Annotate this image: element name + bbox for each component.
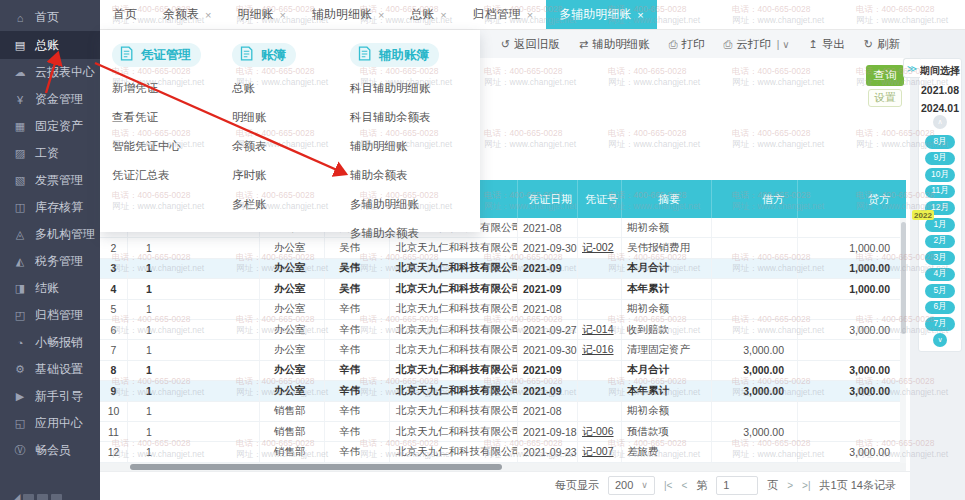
tab-close-icon[interactable]: × — [205, 9, 211, 21]
cell-summary: 差旅费 — [622, 442, 712, 461]
month-pill[interactable]: 1月 — [925, 218, 955, 232]
tab-multi-aux-detail[interactable]: 多辅助明细账× — [546, 0, 656, 29]
last-page-button[interactable]: >| — [802, 480, 810, 491]
cell-voucher[interactable]: 记-007 — [578, 442, 622, 461]
cell-dept: 办公室 — [260, 300, 325, 319]
tab-close-icon[interactable]: × — [637, 9, 643, 21]
query-button[interactable]: 查询 — [866, 65, 904, 86]
cell-voucher[interactable]: 记-006 — [578, 422, 622, 441]
sidebar-item-membership[interactable]: Ⓥ畅会员 — [0, 437, 100, 464]
toolbar-back-old[interactable]: ↺返回旧版 — [501, 37, 560, 52]
sidebar-item-archive[interactable]: ◰归档管理 — [0, 302, 100, 329]
toolbar-export[interactable]: ↥导出 — [809, 37, 845, 52]
vertical-scroll-thumb[interactable] — [901, 222, 906, 334]
menu-item[interactable]: 凭证汇总表 — [112, 168, 201, 183]
tab-balance-sheet[interactable]: 余额表× — [150, 0, 224, 29]
sidebar-item-multi-org[interactable]: ◬多机构管理 — [0, 221, 100, 248]
menu-item[interactable]: 明细账 — [232, 110, 296, 125]
menu-item[interactable]: 查看凭证 — [112, 110, 201, 125]
month-pill[interactable]: 4月 — [925, 268, 955, 282]
menu-item[interactable]: 多辅助明细账 — [350, 197, 439, 212]
sidebar-item-payroll[interactable]: ▨工资 — [0, 140, 100, 167]
sidebar-item-home[interactable]: ⌂首页 — [0, 4, 100, 31]
sidebar-item-tax[interactable]: ◭税务管理 — [0, 248, 100, 275]
period-from-value[interactable]: 2021.08 — [919, 84, 961, 96]
month-pill[interactable]: 6月 — [925, 301, 955, 315]
table-row[interactable]: 21办公室吴伟北京天九仁和科技有限公司2021-09-30记-002吴伟报销费用… — [100, 238, 906, 258]
tab-home[interactable]: 首页 — [100, 0, 150, 29]
month-pill[interactable]: 9月 — [925, 152, 955, 166]
table-row[interactable]: 111销售部辛伟北京天九仁和科技有限公司2021-09-18记-006预借款项3… — [100, 422, 906, 442]
table-row[interactable]: 121销售部辛伟北京天九仁和科技有限公司2021-09-23记-007差旅费3,… — [100, 442, 906, 462]
cell-voucher[interactable]: 记-002 — [578, 238, 622, 257]
month-pill[interactable]: 7月 — [925, 317, 955, 331]
sidebar-item-invoice[interactable]: ▧发票管理 — [0, 167, 100, 194]
table-row[interactable]: 41办公室吴伟北京天九仁和科技有限公司2021-09本年累计1,000.00 — [100, 279, 906, 299]
table-row[interactable]: 101销售部辛伟北京天九仁和科技有限公司2021-08期初余额 — [100, 402, 906, 422]
menu-item[interactable]: 余额表 — [232, 139, 296, 154]
table-row[interactable]: 31办公室吴伟北京天九仁和科技有限公司2021-09本月合计1,000.00 — [100, 259, 906, 279]
scroll-down-icon[interactable]: ∨ — [933, 333, 947, 347]
menu-item[interactable]: 智能凭证中心 — [112, 139, 201, 154]
table-row[interactable]: 91办公室辛伟北京天九仁和科技有限公司2021-09本年累计3,000.003,… — [100, 381, 906, 401]
per-page-select[interactable]: 200 ∨ — [608, 476, 655, 495]
table-row[interactable]: 71办公室辛伟北京天九仁和科技有限公司2021-09-30记-016清理固定资产… — [100, 340, 906, 360]
cell-voucher[interactable]: 记-016 — [578, 340, 622, 359]
horizontal-scroll-thumb[interactable] — [130, 464, 502, 470]
menu-item[interactable]: 多辅助余额表 — [350, 226, 439, 241]
month-pill[interactable]: 3月 — [925, 251, 955, 265]
sidebar-item-cloud-reports[interactable]: ☁云报表中心 — [0, 59, 100, 86]
horizontal-scrollbar[interactable] — [100, 463, 906, 471]
tab-detail-ledger[interactable]: 明细账× — [224, 0, 298, 29]
tab-close-icon[interactable]: × — [378, 9, 384, 21]
sidebar-item-inventory[interactable]: ◫库存核算 — [0, 194, 100, 221]
month-pill[interactable]: 2月 — [925, 235, 955, 249]
month-pill[interactable]: 5月 — [925, 284, 955, 298]
panel-collapse-icon[interactable]: ≫ — [903, 58, 920, 78]
tab-general-ledger[interactable]: 总账× — [397, 0, 459, 29]
month-pill[interactable]: 8月 — [925, 135, 955, 149]
sidebar-item-general-ledger[interactable]: ▤总账 — [0, 31, 100, 59]
menu-item[interactable]: 总账 — [232, 81, 296, 96]
month-pill[interactable]: 10月 — [925, 168, 955, 182]
chevron-down-icon[interactable]: | ∨ — [777, 39, 790, 50]
sidebar-item-fixed-assets[interactable]: ▦固定资产 — [0, 113, 100, 140]
table-row[interactable]: 61办公室辛伟北京天九仁和科技有限公司2021-09-27记-014收到赔款3,… — [100, 320, 906, 340]
cell-voucher[interactable]: 记-014 — [578, 320, 622, 339]
sidebar-item-app-center[interactable]: ◱应用中心 — [0, 410, 100, 437]
sidebar-item-settings[interactable]: ⚙基础设置 — [0, 356, 100, 383]
sidebar-item-funds[interactable]: ¥资金管理 — [0, 86, 100, 113]
toolbar-refresh[interactable]: ↻刷新 — [864, 37, 900, 52]
settings-button[interactable]: 设置 — [868, 89, 902, 107]
table-row[interactable]: 51办公室辛伟北京天九仁和科技有限公司2021-08期初余额 — [100, 300, 906, 320]
toolbar-aux-detail[interactable]: ⇄辅助明细账 — [579, 37, 650, 52]
scroll-up-icon[interactable]: ∧ — [933, 115, 947, 129]
prev-page-button[interactable]: < — [681, 480, 687, 491]
vertical-scrollbar[interactable] — [900, 218, 906, 463]
tab-archive[interactable]: 归档管理× — [460, 0, 546, 29]
tab-close-icon[interactable]: × — [527, 9, 533, 21]
menu-item[interactable]: 科目辅助明细账 — [350, 81, 439, 96]
table-row[interactable]: 81办公室辛伟北京天九仁和科技有限公司2021-09本月合计3,000.003,… — [100, 361, 906, 381]
sidebar-item-closing[interactable]: ◨结账 — [0, 275, 100, 302]
sidebar-item-expense[interactable]: ◔小畅报销 — [0, 329, 100, 356]
sidebar-item-label: 基础设置 — [35, 361, 83, 378]
menu-item[interactable]: 新增凭证 — [112, 81, 201, 96]
payroll-icon: ▨ — [13, 147, 27, 160]
first-page-button[interactable]: |< — [664, 480, 672, 491]
tab-close-icon[interactable]: × — [440, 9, 446, 21]
menu-item[interactable]: 科目辅助余额表 — [350, 110, 439, 125]
tab-aux-detail-ledger[interactable]: 辅助明细账× — [299, 0, 397, 29]
month-pill[interactable]: 11月 — [925, 185, 955, 199]
sidebar-item-guide[interactable]: ▶新手引导 — [0, 383, 100, 410]
tab-close-icon[interactable]: × — [279, 9, 285, 21]
page-number-input[interactable]: 1 — [716, 476, 758, 495]
period-to-value[interactable]: 2024.01 — [919, 102, 961, 114]
menu-item[interactable]: 辅助余额表 — [350, 168, 439, 183]
toolbar-cloud-print[interactable]: ⎙云打印| ∨ — [724, 37, 790, 52]
toolbar-print[interactable]: ⎙打印 — [669, 37, 705, 52]
menu-item[interactable]: 序时账 — [232, 168, 296, 183]
next-page-button[interactable]: > — [787, 480, 793, 491]
menu-item[interactable]: 多栏账 — [232, 197, 296, 212]
menu-item[interactable]: 辅助明细账 — [350, 139, 439, 154]
